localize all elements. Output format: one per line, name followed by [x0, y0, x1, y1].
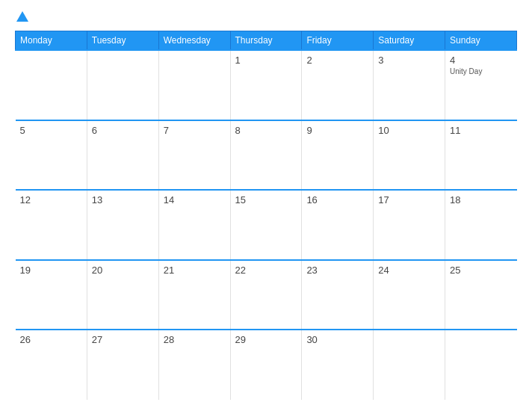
weekday-header-sunday: Sunday: [445, 31, 517, 51]
day-cell: 26: [16, 330, 87, 400]
calendar-table: MondayTuesdayWednesdayThursdayFridaySatu…: [15, 31, 517, 400]
day-number: 13: [92, 194, 154, 206]
day-number: 3: [378, 55, 440, 66]
day-cell: 10: [374, 120, 445, 191]
day-number: 27: [92, 334, 154, 345]
day-cell: 16: [302, 190, 374, 260]
day-cell: 3: [374, 50, 445, 120]
day-cell: 4Unity Day: [445, 50, 517, 120]
day-cell: 18: [445, 190, 517, 260]
day-number: 8: [235, 125, 297, 136]
day-number: 23: [306, 265, 368, 276]
day-cell: [374, 330, 445, 400]
day-cell: 22: [230, 260, 302, 330]
day-number: 16: [306, 194, 368, 206]
day-cell: 29: [230, 330, 302, 400]
day-cell: 27: [87, 330, 158, 400]
week-row-2: 567891011: [16, 120, 517, 191]
day-number: 12: [20, 194, 82, 206]
day-cell: 25: [445, 260, 517, 330]
day-number: 14: [164, 194, 226, 206]
day-cell: [158, 50, 230, 120]
day-number: 18: [450, 194, 512, 206]
week-row-4: 19202122232425: [16, 260, 517, 330]
weekday-header-saturday: Saturday: [374, 31, 445, 51]
day-number: 28: [164, 334, 226, 345]
day-cell: 30: [302, 330, 374, 400]
day-number: 17: [378, 194, 440, 206]
header: [15, 11, 517, 22]
day-cell: 7: [158, 120, 230, 191]
day-number: 19: [20, 265, 82, 276]
day-number: 25: [450, 265, 512, 276]
day-number: 5: [20, 125, 82, 136]
week-row-3: 12131415161718: [16, 190, 517, 260]
weekday-header-row: MondayTuesdayWednesdayThursdayFridaySatu…: [16, 31, 517, 51]
day-number: 26: [20, 334, 82, 345]
logo-triangle-icon: [16, 11, 28, 22]
day-cell: 19: [16, 260, 87, 330]
day-cell: 14: [158, 190, 230, 260]
day-cell: [16, 50, 87, 120]
day-number: 30: [306, 334, 368, 345]
day-cell: 2: [302, 50, 374, 120]
calendar-container: MondayTuesdayWednesdayThursdayFridaySatu…: [0, 0, 532, 411]
weekday-header-friday: Friday: [302, 31, 374, 51]
day-cell: 13: [87, 190, 158, 260]
day-cell: 23: [302, 260, 374, 330]
day-cell: 17: [374, 190, 445, 260]
day-cell: 9: [302, 120, 374, 191]
day-cell: 28: [158, 330, 230, 400]
day-number: 21: [164, 265, 226, 276]
day-number: 6: [92, 125, 154, 136]
weekday-header-thursday: Thursday: [230, 31, 302, 51]
day-number: 29: [235, 334, 297, 345]
weekday-header-tuesday: Tuesday: [87, 31, 158, 51]
weekday-header-monday: Monday: [16, 31, 87, 51]
day-cell: 12: [16, 190, 87, 260]
day-cell: [445, 330, 517, 400]
weekday-header-wednesday: Wednesday: [158, 31, 230, 51]
day-cell: 5: [16, 120, 87, 191]
day-number: 1: [235, 55, 297, 66]
day-number: 2: [306, 55, 368, 66]
day-number: 15: [235, 194, 297, 206]
logo: [15, 11, 30, 22]
day-number: 7: [164, 125, 226, 136]
day-number: 10: [378, 125, 440, 136]
day-cell: 11: [445, 120, 517, 191]
day-number: 22: [235, 265, 297, 276]
day-number: 20: [92, 265, 154, 276]
week-row-1: 1234Unity Day: [16, 50, 517, 120]
day-cell: 21: [158, 260, 230, 330]
day-cell: 24: [374, 260, 445, 330]
day-cell: 20: [87, 260, 158, 330]
holiday-name: Unity Day: [450, 67, 512, 75]
day-cell: [87, 50, 158, 120]
day-number: 9: [306, 125, 368, 136]
day-cell: 15: [230, 190, 302, 260]
day-cell: 8: [230, 120, 302, 191]
day-number: 24: [378, 265, 440, 276]
day-number: 4: [450, 55, 512, 66]
week-row-5: 2627282930: [16, 330, 517, 400]
day-cell: 1: [230, 50, 302, 120]
day-cell: 6: [87, 120, 158, 191]
day-number: 11: [450, 125, 512, 136]
